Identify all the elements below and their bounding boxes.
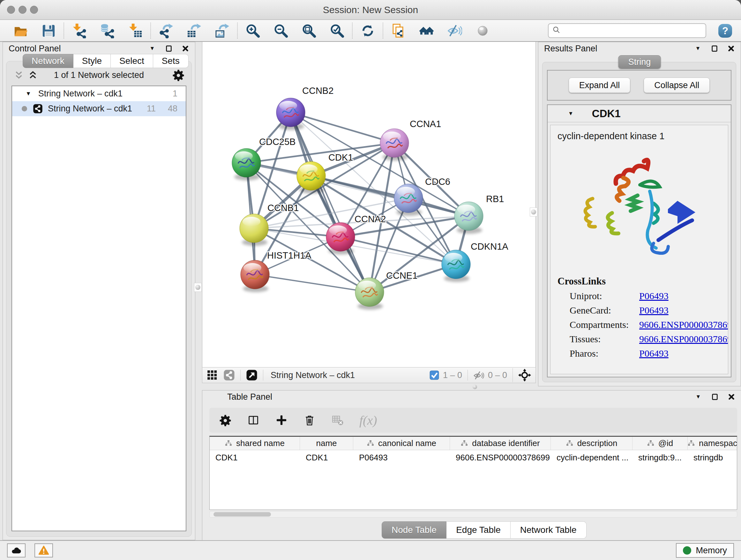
network-node-CCNE1[interactable]: CCNE1 bbox=[355, 270, 417, 310]
network-options-gear-icon[interactable] bbox=[172, 69, 185, 81]
crosslink-link[interactable]: P06493 bbox=[639, 305, 669, 316]
node-label: RB1 bbox=[486, 194, 504, 204]
table-settings-icon[interactable] bbox=[219, 414, 232, 427]
export-table-icon[interactable] bbox=[180, 21, 208, 40]
network-node-HIST1H1A[interactable]: HIST1H1A bbox=[241, 250, 312, 292]
table-cell[interactable]: cyclin-dependent ... bbox=[551, 450, 632, 465]
column-header-canonical-name[interactable]: canonical name bbox=[353, 437, 450, 450]
delete-column-icon[interactable] bbox=[303, 414, 316, 427]
refresh-view-icon[interactable] bbox=[354, 21, 382, 40]
close-panel-icon[interactable] bbox=[182, 45, 189, 52]
crosslink-link[interactable]: P06493 bbox=[639, 291, 669, 301]
float-table-icon[interactable] bbox=[711, 393, 719, 401]
scrollbar-thumb[interactable] bbox=[213, 512, 271, 516]
split-column-icon[interactable] bbox=[247, 414, 260, 427]
network-node-CDC25B[interactable]: CDC25B bbox=[232, 137, 295, 180]
table-cell[interactable]: CDK1 bbox=[210, 450, 300, 465]
tab-sets[interactable]: Sets bbox=[153, 54, 189, 68]
network-node-CCNB1[interactable]: CCNB1 bbox=[240, 203, 299, 246]
table-cell[interactable]: P06493 bbox=[353, 450, 450, 465]
memory-button[interactable]: Memory bbox=[676, 543, 734, 558]
collapse-table-icon[interactable]: ▼ bbox=[694, 393, 702, 401]
column-header-shared-name[interactable]: shared name bbox=[210, 437, 300, 450]
network-node-CCNA1[interactable]: CCNA1 bbox=[380, 119, 441, 161]
show-graphics-details-icon[interactable] bbox=[468, 21, 496, 40]
table-cell[interactable]: stringdb bbox=[688, 450, 737, 465]
zoom-out-icon[interactable] bbox=[267, 21, 295, 40]
add-column-icon[interactable] bbox=[275, 414, 288, 427]
network-edge[interactable] bbox=[291, 112, 394, 143]
new-network-from-selection-icon[interactable] bbox=[384, 21, 412, 40]
crosslink-link[interactable]: 9606.ENSP00000378699 bbox=[639, 319, 728, 330]
search-box[interactable] bbox=[548, 23, 706, 38]
network-row-selected[interactable]: String Network – cdk1 11 48 bbox=[12, 101, 186, 116]
crosslink-link[interactable]: P06493 bbox=[639, 348, 669, 359]
tab-network-table[interactable]: Network Table bbox=[511, 521, 587, 539]
table-cell[interactable]: stringdb:9... bbox=[632, 450, 688, 465]
column-header-name[interactable]: name bbox=[300, 437, 353, 450]
network-node-RB1[interactable]: RB1 bbox=[455, 194, 504, 234]
collapse-results-icon[interactable]: ▼ bbox=[694, 45, 702, 52]
column-header-database-identifier[interactable]: database identifier bbox=[450, 437, 551, 450]
birds-eye-view-icon[interactable] bbox=[207, 370, 218, 381]
section-expand-icon[interactable]: ▼ bbox=[568, 111, 574, 117]
open-session-icon[interactable] bbox=[6, 21, 35, 40]
network-graph[interactable]: CCNB2CCNA1CDC25BCDK1CDC6RB1CCNB1CCNA2CDK… bbox=[202, 42, 536, 367]
table-cell[interactable]: 9606.ENSP00000378699 bbox=[450, 450, 551, 465]
close-button[interactable] bbox=[7, 6, 15, 14]
right-splitter-handle[interactable] bbox=[530, 207, 537, 216]
hidden-eye-slash-icon[interactable] bbox=[473, 370, 484, 381]
search-input[interactable] bbox=[561, 25, 702, 36]
tab-node-table[interactable]: Node Table bbox=[382, 521, 447, 539]
tab-string[interactable]: String bbox=[618, 55, 661, 69]
node-section-header[interactable]: ▼ CDK1 bbox=[548, 105, 731, 122]
table-horizontal-scrollbar[interactable] bbox=[209, 511, 737, 517]
zoom-selected-icon[interactable] bbox=[323, 21, 351, 40]
zoom-button[interactable] bbox=[30, 6, 38, 14]
fit-selected-crosshair-icon[interactable] bbox=[518, 369, 531, 381]
network-canvas[interactable]: CCNB2CCNA1CDC25BCDK1CDC6RB1CCNB1CCNA2CDK… bbox=[202, 42, 536, 367]
bottom-splitter-handle[interactable] bbox=[470, 384, 479, 390]
network-edge[interactable] bbox=[291, 112, 369, 292]
tab-style[interactable]: Style bbox=[73, 54, 111, 68]
export-network-icon[interactable] bbox=[152, 21, 180, 40]
tab-network[interactable]: Network bbox=[23, 54, 73, 68]
tab-select[interactable]: Select bbox=[111, 54, 153, 68]
detach-view-icon[interactable] bbox=[246, 369, 258, 381]
collapse-all-button[interactable]: Collapse All bbox=[644, 78, 710, 93]
hide-selected-icon[interactable] bbox=[441, 21, 468, 40]
warning-button[interactable] bbox=[35, 543, 53, 557]
table-row[interactable]: CDK1CDK1P064939606.ENSP00000378699cyclin… bbox=[210, 450, 737, 465]
import-network-file-icon[interactable] bbox=[65, 21, 93, 40]
float-results-icon[interactable] bbox=[711, 45, 718, 52]
selected-checkbox-icon[interactable] bbox=[429, 370, 439, 380]
first-neighbors-icon[interactable] bbox=[412, 21, 441, 40]
zoom-fit-icon[interactable] bbox=[295, 21, 323, 40]
save-session-icon[interactable] bbox=[35, 21, 63, 40]
cloud-button[interactable] bbox=[7, 543, 25, 557]
minimize-button[interactable] bbox=[18, 6, 26, 14]
column-header-namespac[interactable]: namespac bbox=[688, 437, 737, 450]
left-splitter-handle[interactable] bbox=[194, 283, 202, 292]
collapse-panel-icon[interactable]: ▼ bbox=[148, 45, 156, 52]
table-cell[interactable]: CDK1 bbox=[300, 450, 353, 465]
network-overview-icon[interactable] bbox=[223, 369, 235, 381]
help-button[interactable]: ? bbox=[718, 23, 733, 38]
export-image-icon[interactable] bbox=[208, 21, 236, 40]
column-header-description[interactable]: description bbox=[551, 437, 632, 450]
collection-expand-icon[interactable]: ▼ bbox=[25, 90, 31, 97]
close-results-icon[interactable] bbox=[727, 45, 735, 52]
node-table: shared namenamecanonical namedatabase id… bbox=[209, 436, 737, 510]
expand-all-button[interactable]: Expand All bbox=[569, 78, 630, 93]
import-network-database-icon[interactable] bbox=[93, 21, 121, 40]
tab-edge-table[interactable]: Edge Table bbox=[447, 521, 511, 539]
network-node-CDKN1A[interactable]: CDKN1A bbox=[442, 241, 509, 282]
zoom-in-icon[interactable] bbox=[239, 21, 267, 40]
crosslink-link[interactable]: 9606.ENSP00000378699 bbox=[639, 334, 728, 345]
float-panel-icon[interactable] bbox=[165, 45, 173, 52]
column-header--id[interactable]: @id bbox=[632, 437, 688, 450]
network-collection-row[interactable]: ▼ String Network – cdk1 1 bbox=[12, 86, 186, 101]
import-table-file-icon[interactable] bbox=[121, 21, 149, 40]
crosslink-row: Tissues:9606.ENSP00000378699 bbox=[569, 334, 728, 345]
close-table-icon[interactable] bbox=[728, 393, 735, 401]
